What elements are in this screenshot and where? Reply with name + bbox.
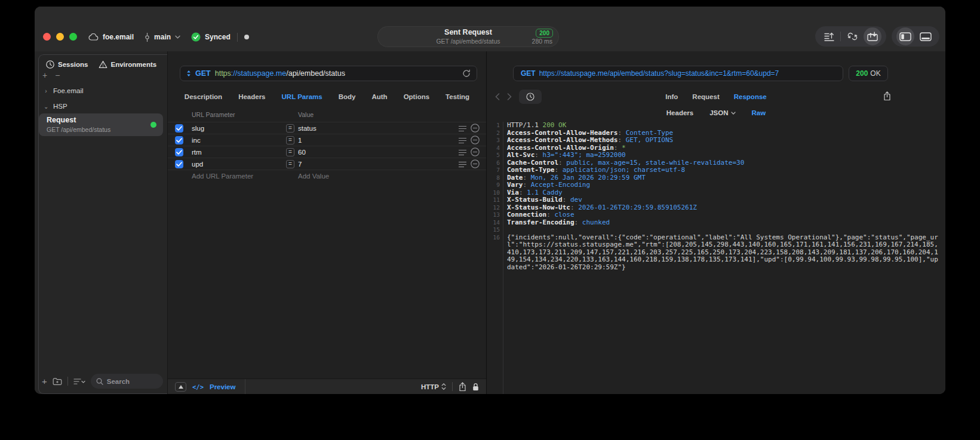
add-value-field[interactable]: Add Value [298,170,329,182]
request-tab-body[interactable]: Body [339,93,356,100]
line-number: 4 [490,144,503,152]
request-tab-options[interactable]: Options [404,93,429,100]
chevron-down-icon[interactable] [175,35,180,39]
line-number: 12 [490,204,503,212]
branch-name[interactable]: main [154,33,171,41]
panel-left-icon [899,32,911,41]
line-number: 2 [490,130,503,137]
response-tab-info[interactable]: Info [665,93,678,100]
line-number: 9 [490,181,503,189]
param-checkbox[interactable] [175,124,183,133]
sync-loop-button[interactable] [843,27,861,45]
line-content: {"incidents":null,"overall":{"code":"ope… [503,234,942,272]
request-tabs: DescriptionHeadersURL ParamsBodyAuthOpti… [168,90,486,104]
chevron-down-icon: ⌄ [44,103,48,110]
tab-environments[interactable]: Environments [99,60,157,69]
gutter-filler [490,271,942,394]
sent-request-pill[interactable]: Sent Request GET /api/embed/status 200 2… [377,26,559,47]
url-segment: ://statuspage.me [231,69,286,78]
window-controls [43,33,77,41]
export-list-button[interactable] [820,27,838,45]
text-lines-icon[interactable] [459,125,466,132]
text-lines-icon[interactable] [459,149,466,156]
request-tab-headers[interactable]: Headers [238,93,265,100]
param-value[interactable]: 1 [298,134,302,146]
response-subtab-raw[interactable]: Raw [752,109,766,116]
search-input[interactable]: Search [91,374,163,389]
response-subtab-json[interactable]: JSON [709,109,735,116]
cloud-icon [88,33,99,41]
remove-row-icon[interactable] [471,124,480,133]
tree-group-foe-email[interactable]: › Foe.email [44,87,84,94]
param-value[interactable]: 7 [298,158,302,170]
remove-row-icon[interactable] [471,159,480,168]
param-value[interactable]: status [298,122,317,134]
param-name[interactable]: slug [192,122,204,134]
tab-sessions[interactable]: Sessions [46,60,88,69]
request-method[interactable]: GET [195,69,211,78]
workspace-name[interactable]: foe.email [103,33,134,41]
param-name[interactable]: inc [192,134,201,146]
request-url-bar[interactable]: GET https://statuspage.me/api/embed/stat… [180,66,477,81]
line-number: 10 [490,189,503,197]
text-lines-icon[interactable] [459,137,466,144]
param-name[interactable]: rtm [192,146,202,158]
params-table-header: URL Parameter Value [168,111,486,122]
param-checkbox[interactable] [175,136,183,144]
request-url[interactable]: https://statuspage.me/api/embed/status [215,69,345,78]
remove-row-icon[interactable] [471,147,480,156]
param-value[interactable]: 60 [298,146,306,158]
close-button[interactable] [43,33,51,41]
protocol-selector[interactable]: HTTP [421,383,446,390]
add-item-icon[interactable]: + [42,377,47,386]
sent-request-title: Sent Request [377,28,559,36]
import-export-button[interactable] [864,27,881,45]
panel-bottom-icon [920,32,932,41]
divider [452,382,453,391]
expand-panel-button[interactable] [175,382,186,392]
share-icon[interactable] [459,382,466,392]
sidebar-item-request[interactable]: Request GET /api/embed/status [39,113,163,136]
equals-operator-icon: = [286,160,294,168]
lock-icon[interactable] [472,383,479,391]
export-list-icon [824,32,834,41]
new-folder-icon[interactable] [53,377,62,386]
remove-row-icon[interactable] [471,136,480,144]
refresh-icon[interactable] [462,69,471,78]
request-tab-auth[interactable]: Auth [371,93,387,100]
line-number: 6 [490,159,503,167]
add-parameter-field[interactable]: Add URL Parameter [192,170,253,182]
add-session-icon[interactable]: + [42,71,47,79]
param-name[interactable]: upd [192,158,203,170]
response-tab-response[interactable]: Response [734,93,767,100]
toggle-sidebar-button[interactable] [896,27,914,45]
line-number: 1 [490,122,503,130]
text-lines-icon[interactable] [459,161,466,168]
toggle-bottom-panel-button[interactable] [917,27,935,45]
search-placeholder: Search [107,378,130,385]
export-response-icon[interactable] [883,91,891,101]
sort-filter-icon[interactable] [73,378,85,385]
response-url-bar[interactable]: GET https://statuspage.me/api/embed/stat… [513,66,843,81]
method-selector-icon[interactable] [186,70,191,77]
response-subtab-headers[interactable]: Headers [666,109,693,116]
preview-button[interactable]: Preview [210,383,235,390]
zoom-button[interactable] [69,33,77,41]
request-tab-description[interactable]: Description [185,93,222,100]
param-checkbox[interactable] [175,160,183,168]
tree-group-label: Foe.email [53,87,84,94]
divider [67,377,68,386]
request-tab-url-params[interactable]: URL Params [282,93,322,100]
minimize-button[interactable] [56,33,64,41]
request-tab-testing[interactable]: Testing [446,93,469,100]
tree-group-hsp[interactable]: ⌄ HSP [44,103,67,110]
line-number: 3 [490,137,503,144]
line-number: 5 [490,152,503,159]
tab-environments-label: Environments [111,61,157,68]
line-number: 15 [490,226,503,234]
remove-session-icon[interactable]: − [55,71,60,79]
response-body[interactable]: 1HTTP/1.1 200 OK2Access-Control-Allow-He… [490,122,942,394]
param-checkbox[interactable] [175,148,183,156]
request-status-dot [150,122,156,128]
response-tab-request[interactable]: Request [692,93,719,100]
